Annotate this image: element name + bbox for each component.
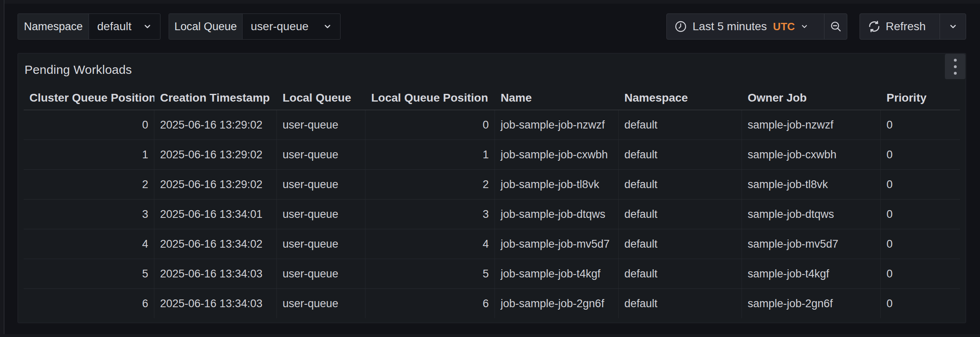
time-picker-group: Last 5 minutes UTC <box>666 13 847 40</box>
table-row: 62025-06-16 13:34:03user-queue6job-sampl… <box>24 289 960 318</box>
table-cell-local-queue: user-queue <box>277 259 365 288</box>
table-cell-name: job-sample-job-mv5d7 <box>495 229 619 259</box>
table-cell-local-queue: user-queue <box>277 229 365 259</box>
time-range-label: Last 5 minutes <box>693 20 767 33</box>
column-header-namespace[interactable]: Namespace <box>619 91 742 104</box>
zoom-out-icon <box>829 20 842 33</box>
table-cell-namespace: default <box>619 140 742 169</box>
timezone-badge: UTC <box>773 20 795 33</box>
table-row: 12025-06-16 13:29:02user-queue1job-sampl… <box>24 140 960 170</box>
table-cell-cluster-queue-position: 2 <box>24 170 154 199</box>
column-header-name[interactable]: Name <box>495 91 619 104</box>
table-cell-creation-timestamp: 2025-06-16 13:34:03 <box>154 259 277 288</box>
table-cell-owner-job: sample-job-mv5d7 <box>742 229 881 259</box>
pending-workloads-table: Cluster Queue PositionCreation Timestamp… <box>24 86 960 323</box>
refresh-group: Refresh <box>860 13 966 40</box>
table-cell-name: job-sample-job-2gn6f <box>495 289 619 318</box>
table-cell-local-queue-position: 3 <box>365 200 495 229</box>
kebab-menu-icon <box>954 65 957 68</box>
table-cell-name: job-sample-job-nzwzf <box>495 110 619 140</box>
table-cell-priority: 0 <box>881 229 960 259</box>
app-chrome-bottom-edge <box>0 334 980 337</box>
panel-menu-button[interactable] <box>945 54 965 79</box>
variable-dropdown-namespace[interactable]: default <box>89 14 160 39</box>
table-cell-cluster-queue-position: 5 <box>24 259 154 288</box>
chevron-down-icon <box>949 22 958 31</box>
panel-header: Pending Workloads <box>18 53 966 86</box>
column-header-creation-timestamp[interactable]: Creation Timestamp <box>154 91 277 104</box>
table-cell-creation-timestamp: 2025-06-16 13:29:02 <box>154 140 277 169</box>
chevron-down-icon <box>800 22 808 31</box>
panel-title[interactable]: Pending Workloads <box>24 63 132 77</box>
table-cell-local-queue-position: 4 <box>365 229 495 259</box>
variable-control-namespace: Namespace default <box>18 13 160 40</box>
table-cell-creation-timestamp: 2025-06-16 13:29:02 <box>154 110 277 140</box>
refresh-interval-dropdown[interactable] <box>940 14 966 39</box>
variable-control-local-queue: Local Queue user-queue <box>169 13 341 40</box>
table-cell-priority: 0 <box>881 259 960 288</box>
kebab-menu-icon <box>954 59 957 62</box>
table-cell-local-queue-position: 5 <box>365 259 495 288</box>
table-cell-namespace: default <box>619 289 742 318</box>
table-cell-priority: 0 <box>881 140 960 169</box>
table-cell-owner-job: sample-job-tl8vk <box>742 170 881 199</box>
table-header-row: Cluster Queue PositionCreation Timestamp… <box>24 86 960 110</box>
app-chrome-top-edge <box>0 0 980 4</box>
table-cell-local-queue: user-queue <box>277 200 365 229</box>
time-zoom-out-button[interactable] <box>824 14 847 39</box>
table-cell-cluster-queue-position: 1 <box>24 140 154 169</box>
table-cell-namespace: default <box>619 229 742 259</box>
table-cell-namespace: default <box>619 200 742 229</box>
table-row: 52025-06-16 13:34:03user-queue5job-sampl… <box>24 259 960 289</box>
table-cell-local-queue: user-queue <box>277 289 365 318</box>
table-cell-creation-timestamp: 2025-06-16 13:34:01 <box>154 200 277 229</box>
table-cell-local-queue-position: 1 <box>365 140 495 169</box>
table-body: 02025-06-16 13:29:02user-queue0job-sampl… <box>24 110 960 318</box>
table-cell-namespace: default <box>619 170 742 199</box>
table-cell-cluster-queue-position: 0 <box>24 110 154 140</box>
kebab-menu-icon <box>954 72 957 75</box>
table-row: 42025-06-16 13:34:02user-queue4job-sampl… <box>24 229 960 259</box>
variable-dropdown-local-queue[interactable]: user-queue <box>243 14 340 39</box>
time-range-button[interactable]: Last 5 minutes UTC <box>667 14 824 39</box>
table-row: 02025-06-16 13:29:02user-queue0job-sampl… <box>24 110 960 140</box>
column-header-owner-job[interactable]: Owner Job <box>742 91 881 104</box>
column-header-cluster-queue-position[interactable]: Cluster Queue Position <box>24 91 154 104</box>
table-cell-owner-job: sample-job-nzwzf <box>742 110 881 140</box>
table-cell-namespace: default <box>619 259 742 288</box>
table-cell-owner-job: sample-job-dtqws <box>742 200 881 229</box>
table-cell-namespace: default <box>619 110 742 140</box>
panel-pending-workloads: Pending Workloads Cluster Queue Position… <box>18 53 966 323</box>
table-cell-priority: 0 <box>881 170 960 199</box>
table-cell-owner-job: sample-job-2gn6f <box>742 289 881 318</box>
variable-label-namespace: Namespace <box>18 14 89 39</box>
variable-value-local-queue: user-queue <box>251 20 309 33</box>
app-chrome-left-edge <box>0 0 4 337</box>
chevron-down-icon <box>143 22 152 31</box>
table-cell-creation-timestamp: 2025-06-16 13:29:02 <box>154 170 277 199</box>
column-header-local-queue-position[interactable]: Local Queue Position <box>365 91 495 104</box>
column-header-priority[interactable]: Priority <box>881 91 960 104</box>
table-cell-name: job-sample-job-tl8vk <box>495 170 619 199</box>
table-cell-owner-job: sample-job-t4kgf <box>742 259 881 288</box>
table-cell-cluster-queue-position: 4 <box>24 229 154 259</box>
table-cell-priority: 0 <box>881 110 960 140</box>
table-cell-local-queue: user-queue <box>277 110 365 140</box>
chevron-down-icon <box>323 22 332 31</box>
table-cell-name: job-sample-job-dtqws <box>495 200 619 229</box>
refresh-button[interactable]: Refresh <box>860 14 940 39</box>
table-cell-creation-timestamp: 2025-06-16 13:34:02 <box>154 229 277 259</box>
refresh-label: Refresh <box>886 20 926 33</box>
table-cell-name: job-sample-job-t4kgf <box>495 259 619 288</box>
table-cell-local-queue-position: 6 <box>365 289 495 318</box>
variable-value-namespace: default <box>97 20 131 33</box>
table-cell-owner-job: sample-job-cxwbh <box>742 140 881 169</box>
column-header-local-queue[interactable]: Local Queue <box>277 91 365 104</box>
table-cell-name: job-sample-job-cxwbh <box>495 140 619 169</box>
table-cell-cluster-queue-position: 3 <box>24 200 154 229</box>
clock-icon <box>674 20 687 33</box>
variable-label-local-queue: Local Queue <box>169 14 243 39</box>
table-cell-local-queue-position: 2 <box>365 170 495 199</box>
table-cell-local-queue: user-queue <box>277 170 365 199</box>
table-cell-creation-timestamp: 2025-06-16 13:34:03 <box>154 289 277 318</box>
